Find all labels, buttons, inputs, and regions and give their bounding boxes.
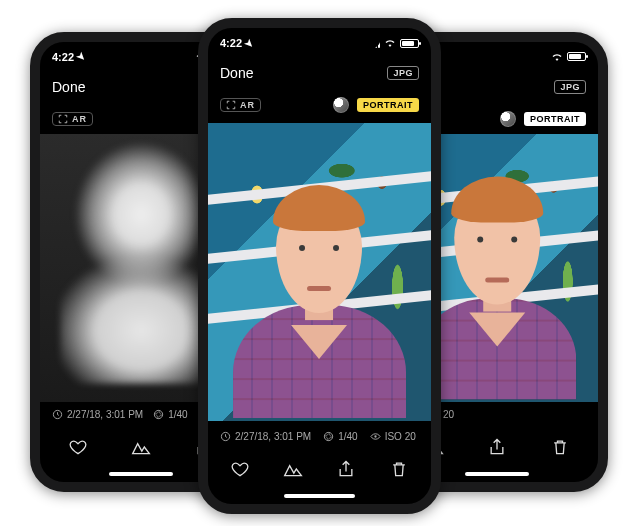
meta-iso: ISO 20: [370, 431, 416, 442]
clock-icon: [220, 431, 231, 442]
notch: [440, 42, 553, 64]
adjust-button[interactable]: [121, 437, 161, 457]
top-toolbar: AR PORTRAIT: [208, 90, 431, 120]
done-button[interactable]: Done: [220, 65, 253, 81]
svg-point-1: [155, 410, 163, 418]
location-icon: ➤: [242, 36, 255, 49]
ar-label: AR: [72, 114, 87, 124]
share-button[interactable]: [326, 459, 366, 479]
aperture-icon: [323, 431, 334, 442]
metadata-row: 2/27/18, 3:01 PM 1/40 ISO 20: [208, 424, 431, 448]
effect-swirl-icon[interactable]: [500, 111, 516, 127]
effect-swirl-icon[interactable]: [333, 97, 349, 113]
aperture-icon: [153, 409, 164, 420]
portrait-mode-badge[interactable]: PORTRAIT: [357, 98, 419, 112]
ar-button[interactable]: AR: [52, 112, 93, 126]
meta-timestamp: 2/27/18, 3:01 PM: [52, 409, 143, 420]
battery-icon: [400, 39, 419, 48]
bottom-toolbar: [208, 448, 431, 490]
meta-shutter: 1/40: [153, 409, 187, 420]
wifi-icon: [384, 39, 396, 47]
svg-point-4: [325, 432, 333, 440]
format-badge[interactable]: JPG: [387, 66, 419, 80]
meta-timestamp: 2/27/18, 3:01 PM: [220, 431, 311, 442]
format-badge[interactable]: JPG: [554, 80, 586, 94]
eye-icon: [370, 431, 381, 442]
favorite-button[interactable]: [220, 459, 260, 479]
nav-bar: Done JPG: [208, 56, 431, 90]
status-time: 4:22: [52, 51, 74, 63]
phone-portrait: 4:22 ➤ Done JPG: [198, 18, 441, 514]
adjust-button[interactable]: [273, 459, 313, 479]
screen: 4:22 ➤ Done JPG: [208, 28, 431, 504]
meta-shutter: 1/40: [323, 431, 357, 442]
favorite-button[interactable]: [58, 437, 98, 457]
battery-icon: [567, 52, 586, 61]
ar-button[interactable]: AR: [220, 98, 261, 112]
delete-button[interactable]: [540, 437, 580, 457]
delete-button[interactable]: [379, 459, 419, 479]
portrait-photo: [208, 123, 431, 420]
home-indicator[interactable]: [465, 472, 530, 476]
clock-icon: [52, 409, 63, 420]
status-time: 4:22: [220, 37, 242, 49]
portrait-mode-badge[interactable]: PORTRAIT: [524, 112, 586, 126]
share-button[interactable]: [477, 437, 517, 457]
home-indicator[interactable]: [284, 494, 355, 498]
svg-point-5: [374, 435, 376, 437]
notch: [84, 42, 197, 64]
photo-viewport[interactable]: [208, 120, 431, 424]
notch: [257, 28, 382, 50]
home-indicator[interactable]: [109, 472, 174, 476]
ar-label: AR: [240, 100, 255, 110]
done-button[interactable]: Done: [52, 79, 85, 95]
